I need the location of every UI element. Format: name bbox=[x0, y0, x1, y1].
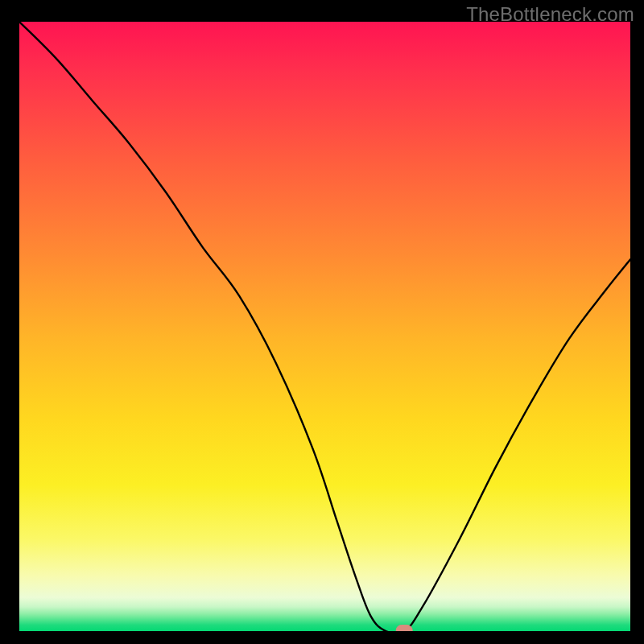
optimal-marker bbox=[396, 625, 412, 632]
chart-stage: TheBottleneck.com bbox=[0, 0, 644, 644]
optimal-marker-pill bbox=[396, 625, 412, 632]
plot bbox=[19, 22, 630, 631]
bottleneck-curve bbox=[19, 22, 630, 631]
curve-layer bbox=[19, 22, 630, 631]
bottleneck-curve-path bbox=[19, 22, 630, 631]
plot-area bbox=[19, 22, 630, 631]
watermark-text: TheBottleneck.com bbox=[466, 3, 634, 26]
